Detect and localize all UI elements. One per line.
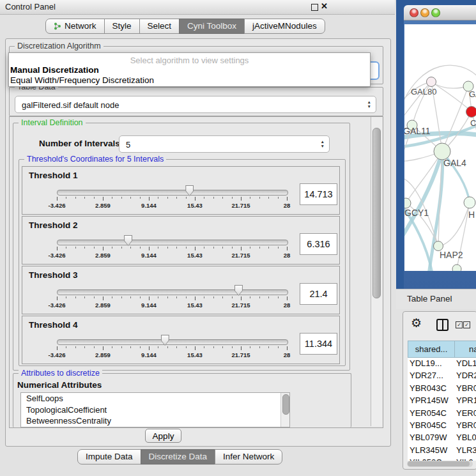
table-row[interactable]: YBL079WYBL0 xyxy=(408,431,476,443)
table-row[interactable]: YDL19...YDL1 xyxy=(408,357,476,369)
table-row[interactable]: YBR043CYBR0 xyxy=(408,382,476,394)
network-node-GCY1[interactable] xyxy=(404,198,411,208)
slider-track[interactable] xyxy=(57,190,288,196)
tick-mark xyxy=(121,197,122,199)
tick-mark xyxy=(66,197,66,199)
network-node-node-partial[interactable] xyxy=(452,265,461,271)
node-label-red-node: C xyxy=(470,118,476,128)
network-node-GAL80[interactable] xyxy=(427,77,436,87)
attribute-list-item[interactable]: TopologicalCoefficient xyxy=(21,404,289,416)
tab-label: Select xyxy=(148,19,172,33)
tick-mark xyxy=(241,346,242,350)
tick-mark xyxy=(112,197,112,199)
gear-icon[interactable] xyxy=(411,316,422,330)
popup-option-equal-width-frequency[interactable]: Equal Width/Frequency Discretization xyxy=(10,75,154,85)
checkbox-icon[interactable] xyxy=(456,321,463,328)
tick-mark xyxy=(176,296,177,298)
split-columns-icon[interactable] xyxy=(436,319,449,331)
float-window-icon[interactable] xyxy=(311,4,318,11)
table-data-value: galFiltered.sif default node xyxy=(22,100,119,109)
tick-mark xyxy=(250,247,250,249)
network-view[interactable]: GAL80GACGAL11GAL4GCY1HHAP2 xyxy=(404,24,476,271)
popup-option-manual-discretization[interactable]: Manual Discretization xyxy=(10,65,99,75)
tick-mark xyxy=(167,296,168,298)
tick-mark xyxy=(140,296,141,298)
table-row[interactable]: YIL052CYIL0 xyxy=(408,456,476,461)
tab-select[interactable]: Select xyxy=(139,19,180,34)
list-scrollbar[interactable] xyxy=(280,393,289,427)
slider-track[interactable] xyxy=(57,289,288,295)
threshold-value-field[interactable]: 11.344 xyxy=(300,333,337,355)
network-node-H[interactable] xyxy=(464,197,475,208)
threshold-value-field[interactable]: 14.713 xyxy=(300,183,337,205)
table-data-combobox[interactable]: galFiltered.sif default node xyxy=(15,96,376,113)
tick-mark xyxy=(241,197,242,201)
tab-style[interactable]: Style xyxy=(104,19,140,34)
tick-mark xyxy=(167,197,168,199)
checkbox-icon[interactable] xyxy=(463,321,470,328)
column-header-shared-name[interactable]: shared... xyxy=(408,341,455,358)
scrollbar-thumb[interactable] xyxy=(372,128,381,298)
attribute-list-item[interactable]: BetweennessCentrality xyxy=(21,415,289,427)
node-label-GAL4: GAL4 xyxy=(443,158,466,168)
tick-mark xyxy=(66,247,66,249)
panel-scrollbar[interactable] xyxy=(371,117,382,426)
tick-mark xyxy=(268,247,269,249)
network-node-red-node[interactable] xyxy=(466,107,476,118)
tick-mark xyxy=(149,346,150,350)
threshold-value-field[interactable]: 6.316 xyxy=(300,233,337,255)
slider-ticks xyxy=(22,296,339,302)
tick-mark xyxy=(204,296,204,298)
tick-label: 9.144 xyxy=(141,351,157,358)
tick-mark xyxy=(103,197,104,201)
tick-mark xyxy=(140,346,141,348)
slider-track[interactable] xyxy=(57,339,288,345)
close-icon[interactable]: ✕ xyxy=(321,1,328,11)
number-of-intervals-value: 5 xyxy=(126,139,130,149)
table-row[interactable]: YER054CYER0 xyxy=(408,407,476,419)
tick-label: 21.715 xyxy=(231,202,250,209)
table-row[interactable]: YDR27...YDR2 xyxy=(408,369,476,381)
number-of-intervals-combobox[interactable]: 5 xyxy=(119,135,330,153)
tab-cyni-toolbox[interactable]: Cyni Toolbox xyxy=(179,19,245,34)
close-traffic-light-icon[interactable] xyxy=(410,8,418,17)
spinner-arrows-icon xyxy=(367,100,371,109)
group-title: Threshold's Coordinates for 5 Intervals xyxy=(24,155,166,164)
tab-network[interactable]: Network xyxy=(45,19,105,34)
table-row[interactable]: YLR345WYLR3 xyxy=(408,444,476,456)
tick-mark xyxy=(250,346,250,348)
tick-mark xyxy=(222,296,223,298)
table-row[interactable]: YPR145WYPR1 xyxy=(408,394,476,406)
scrollbar-thumb[interactable] xyxy=(408,461,470,466)
threshold-label: Threshold 1 xyxy=(29,171,78,180)
tick-label: 15.43 xyxy=(187,202,203,209)
cell-name: YBL0 xyxy=(456,433,476,442)
tick-mark xyxy=(195,296,196,300)
column-header-name[interactable]: na xyxy=(454,341,476,358)
tick-label: 21.715 xyxy=(231,351,250,358)
tick-mark xyxy=(176,197,177,199)
tab-jactivemnodules[interactable]: jActiveMNodules xyxy=(244,19,325,34)
zoom-traffic-light-icon[interactable] xyxy=(431,8,440,17)
threshold-value-field[interactable]: 21.4 xyxy=(300,283,337,305)
table-row[interactable]: YBR045CYBR0 xyxy=(408,419,476,431)
horizontal-scrollbar[interactable] xyxy=(407,461,473,467)
tick-label: 21.715 xyxy=(231,252,250,259)
network-window: GAL80GACGAL11GAL4GCY1HHAP2 xyxy=(404,5,476,289)
tab-impute-data[interactable]: Impute Data xyxy=(77,449,141,464)
tab-infer-network[interactable]: Infer Network xyxy=(215,449,282,464)
slider-track[interactable] xyxy=(57,240,288,245)
attribute-list-item[interactable]: SelfLoops xyxy=(21,393,289,404)
node-label-H: H xyxy=(468,210,475,220)
minimize-traffic-light-icon[interactable] xyxy=(420,8,429,17)
tick-mark xyxy=(186,247,187,249)
tick-mark xyxy=(75,197,76,199)
network-window-titlebar[interactable] xyxy=(404,5,476,20)
tick-mark xyxy=(232,197,233,199)
tab-discretize-data[interactable]: Discretize Data xyxy=(141,449,216,464)
tick-label: 2.859 xyxy=(95,351,111,358)
apply-button[interactable]: Apply xyxy=(145,429,181,443)
numerical-attributes-list[interactable]: SelfLoopsTopologicalCoefficientBetweenne… xyxy=(20,392,290,427)
scrollbar-thumb[interactable] xyxy=(282,394,289,415)
tab-label: jActiveMNodules xyxy=(252,19,317,33)
